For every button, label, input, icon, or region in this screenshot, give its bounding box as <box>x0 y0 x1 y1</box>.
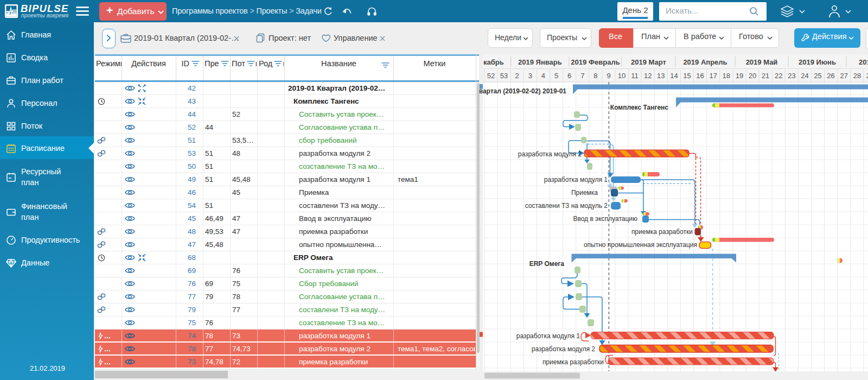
svg-text:23: 23 <box>788 72 795 80</box>
svg-text:2019 Июнь: 2019 Июнь <box>799 58 836 66</box>
svg-text:25: 25 <box>814 72 821 80</box>
svg-text:2019 Январь: 2019 Январь <box>518 58 562 66</box>
svg-text:11: 11 <box>631 72 639 80</box>
svg-text:2019 Март: 2019 Март <box>631 58 666 66</box>
svg-text:21: 21 <box>762 72 769 80</box>
svg-text:ERP Омега: ERP Омега <box>529 260 565 268</box>
svg-text:6: 6 <box>567 72 571 80</box>
svg-text:17: 17 <box>710 72 717 80</box>
svg-text:кабрь: кабрь <box>483 58 504 66</box>
svg-text:приемка разработки: приемка разработки <box>542 358 604 366</box>
svg-text:разработка модуля 2: разработка модуля 2 <box>532 345 596 353</box>
svg-text:7: 7 <box>580 72 584 80</box>
svg-text:20: 20 <box>749 72 756 80</box>
svg-text:15: 15 <box>683 72 691 80</box>
svg-text:5: 5 <box>554 72 558 80</box>
svg-text:3: 3 <box>528 72 532 80</box>
svg-text:53: 53 <box>500 72 508 80</box>
svg-text:2: 2 <box>515 72 519 80</box>
svg-text:2019 Июль: 2019 Июль <box>859 58 868 66</box>
svg-text:12: 12 <box>644 72 652 80</box>
svg-text:вартал (2019-02-02) 2019-01: вартал (2019-02-02) 2019-01 <box>480 87 566 95</box>
svg-text:18: 18 <box>723 72 730 80</box>
svg-text:опытно промышленная эксплуатац: опытно промышленная эксплуатация <box>584 241 697 249</box>
svg-text:Приемка: Приемка <box>571 189 598 197</box>
svg-text:2019 Май: 2019 Май <box>746 58 778 66</box>
svg-text:22: 22 <box>775 72 782 80</box>
svg-text:приемка разработки: приемка разработки <box>631 228 693 236</box>
svg-text:26: 26 <box>827 72 834 80</box>
svg-text:составлени ТЗ на модуль 2: составлени ТЗ на модуль 2 <box>525 202 608 210</box>
svg-text:16: 16 <box>696 72 704 80</box>
svg-text:10: 10 <box>618 72 626 80</box>
svg-text:разработка модуля 1: разработка модуля 1 <box>516 332 580 340</box>
svg-text:8: 8 <box>593 72 597 80</box>
svg-text:24: 24 <box>801 72 808 80</box>
svg-text:2019 Февраль: 2019 Февраль <box>571 58 620 66</box>
svg-text:Ввод в эксплуатацию: Ввод в эксплуатацию <box>573 215 637 223</box>
svg-text:19: 19 <box>736 72 743 80</box>
svg-text:4: 4 <box>541 72 545 80</box>
svg-text:13: 13 <box>657 72 665 80</box>
svg-text:2019 Апрель: 2019 Апрель <box>683 58 727 66</box>
svg-text:52: 52 <box>487 72 495 80</box>
svg-text:28: 28 <box>853 72 861 80</box>
svg-text:разработка модуля 2: разработка модуля 2 <box>518 150 582 158</box>
svg-text:Комплекс Тангенс: Комплекс Тангенс <box>610 104 668 111</box>
svg-text:14: 14 <box>670 72 678 80</box>
svg-text:27: 27 <box>840 72 848 80</box>
svg-text:разработка модуля 1: разработка модуля 1 <box>544 176 608 183</box>
svg-text:9: 9 <box>607 72 610 80</box>
